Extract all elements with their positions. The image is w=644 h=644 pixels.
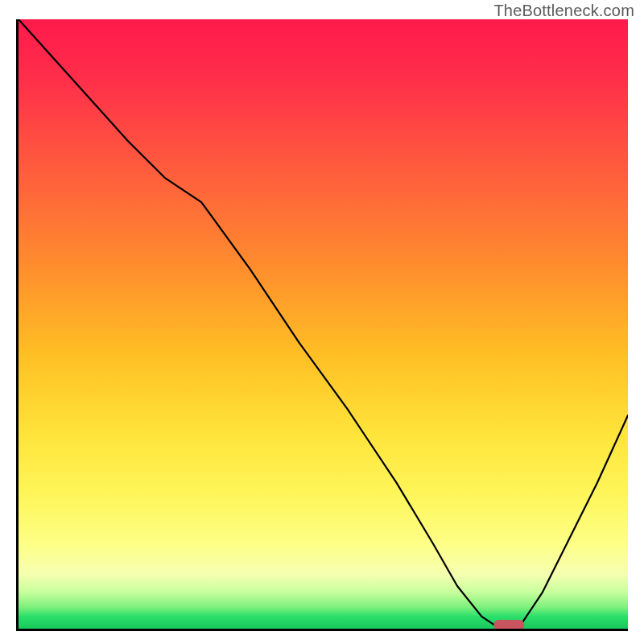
watermark-text: TheBottleneck.com [493,2,634,20]
curve-layer [19,19,628,629]
chart-frame: TheBottleneck.com [0,0,644,644]
bottleneck-curve [19,19,628,629]
plot-area [16,19,628,631]
optimal-marker [493,620,524,629]
